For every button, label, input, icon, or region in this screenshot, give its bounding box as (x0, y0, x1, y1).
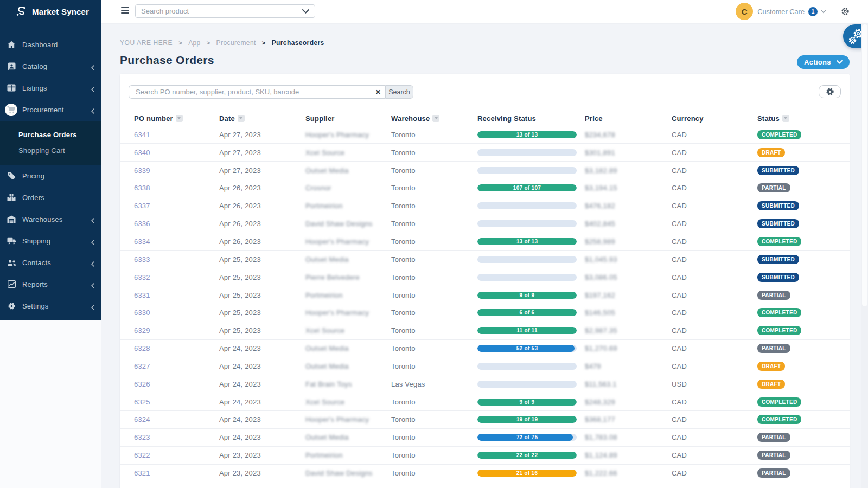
po-number-link[interactable]: 6332 (134, 273, 150, 281)
po-supplier: Fat Brain Toys (305, 380, 352, 388)
po-date: Apr 24, 2023 (219, 411, 305, 429)
sidebar-item-shipping[interactable]: Shipping (0, 230, 101, 252)
sidebar-item-settings[interactable]: Settings (0, 295, 101, 317)
menu-toggle-icon[interactable] (121, 7, 129, 14)
sidebar-item-label: Procurement (22, 106, 64, 114)
sort-icon[interactable] (238, 115, 245, 122)
po-date: Apr 27, 2023 (219, 162, 305, 179)
po-number-link[interactable]: 6341 (134, 131, 150, 139)
page-title: Purchase Orders (120, 54, 214, 67)
po-currency: CAD (672, 411, 757, 429)
clear-search-button[interactable]: ✕ (371, 85, 385, 99)
po-date: Apr 25, 2023 (219, 286, 305, 304)
submenu-item-shopping-cart[interactable]: Shopping Cart (0, 143, 101, 158)
sidebar: Market Syncer DashboardCatalogListingsPr… (0, 0, 101, 320)
po-price: $1,783.08 (585, 433, 617, 441)
sort-icon[interactable] (176, 115, 183, 122)
po-search-input[interactable] (129, 85, 371, 99)
po-search-group: ✕ Search (129, 85, 413, 99)
product-search-select[interactable]: Search product (135, 4, 315, 18)
receiving-progress-empty (477, 256, 577, 263)
po-price: $3,194.15 (585, 184, 617, 192)
po-number-link[interactable]: 6322 (134, 451, 150, 459)
brand[interactable]: Market Syncer (0, 0, 101, 23)
breadcrumb-link-app[interactable]: App (188, 39, 201, 47)
status-badge: COMPLETED (757, 308, 801, 317)
brand-logo-icon (15, 5, 27, 17)
po-number-link[interactable]: 6336 (134, 220, 150, 228)
po-number-link[interactable]: 6337 (134, 202, 150, 210)
receiving-progress: 13 of 13 (477, 238, 577, 245)
column-header-warehouse[interactable]: Warehouse (391, 112, 477, 126)
po-number-link[interactable]: 6321 (134, 469, 150, 477)
po-currency: CAD (672, 446, 757, 464)
sort-icon[interactable] (782, 115, 789, 122)
sidebar-item-pricing[interactable]: Pricing (0, 165, 101, 187)
po-number-link[interactable]: 6334 (134, 237, 150, 246)
po-number-link[interactable]: 6328 (134, 344, 150, 352)
po-supplier: Portmeirion (305, 451, 343, 459)
po-date: Apr 24, 2023 (219, 357, 305, 375)
chevron-down-icon (837, 60, 843, 64)
receiving-progress-empty (477, 220, 577, 227)
chevron-down-icon[interactable] (821, 10, 826, 14)
column-header-date[interactable]: Date (219, 112, 305, 126)
status-badge: DRAFT (757, 380, 785, 389)
po-warehouse: Toronto (391, 233, 477, 251)
settings-gear-icon[interactable] (841, 7, 850, 16)
orders-icon (5, 191, 17, 203)
po-currency: CAD (672, 215, 757, 233)
avatar[interactable]: C (736, 3, 753, 20)
breadcrumb-link-procurement[interactable]: Procurement (216, 39, 256, 47)
po-number-link[interactable]: 6331 (134, 291, 150, 299)
po-number-link[interactable]: 6324 (134, 415, 150, 423)
sidebar-item-catalog[interactable]: Catalog (0, 55, 101, 77)
po-number-link[interactable]: 6340 (134, 149, 150, 157)
po-currency: USD (672, 375, 757, 393)
sidebar-item-label: Orders (22, 194, 44, 202)
po-date: Apr 26, 2023 (219, 233, 305, 251)
reports-icon (5, 278, 17, 290)
po-number-link[interactable]: 6326 (134, 380, 150, 388)
status-badge: PARTIAL (757, 433, 790, 442)
po-price: $402,845 (585, 220, 615, 228)
po-number-link[interactable]: 6323 (134, 433, 150, 441)
scrollbar-thumb[interactable] (862, 24, 867, 306)
sidebar-item-warehouses[interactable]: Warehouses (0, 208, 101, 230)
po-row-6340: 6340Apr 27, 2023Xcel SourceToronto$301,8… (120, 144, 850, 162)
po-number-link[interactable]: 6325 (134, 398, 150, 406)
page-scrollbar[interactable] (861, 23, 868, 488)
status-badge: PARTIAL (757, 183, 790, 192)
po-number-link[interactable]: 6330 (134, 309, 150, 317)
po-warehouse: Toronto (391, 126, 477, 144)
receiving-progress: 107 of 107 (477, 184, 577, 191)
po-number-link[interactable]: 6339 (134, 166, 150, 175)
table-settings-button[interactable] (819, 85, 841, 98)
po-number-link[interactable]: 6333 (134, 255, 150, 264)
sidebar-item-listings[interactable]: Listings (0, 77, 101, 99)
column-header-status[interactable]: Status (757, 112, 850, 126)
submenu-item-purchase-orders[interactable]: Purchase Orders (0, 127, 101, 143)
user-name[interactable]: Customer Care (757, 8, 805, 16)
column-header-po-number[interactable]: PO number (120, 112, 219, 126)
po-currency: CAD (672, 162, 757, 179)
gear-icon (5, 300, 17, 312)
sidebar-item-reports[interactable]: Reports (0, 273, 101, 295)
po-number-link[interactable]: 6327 (134, 362, 150, 370)
po-row-6325: 6325Apr 24, 2023Xcel SourceToronto9 of 9… (120, 393, 850, 411)
po-currency: CAD (672, 304, 757, 322)
po-row-6331: 6331Apr 25, 2023PortmeirionToronto9 of 9… (120, 286, 850, 304)
sidebar-item-procurement[interactable]: Procurement (0, 99, 101, 120)
sort-icon[interactable] (432, 115, 439, 122)
search-button[interactable]: Search (385, 85, 413, 99)
sidebar-item-orders[interactable]: Orders (0, 187, 101, 208)
sidebar-item-dashboard[interactable]: Dashboard (0, 34, 101, 55)
sidebar-item-contacts[interactable]: Contacts (0, 252, 101, 273)
po-date: Apr 25, 2023 (219, 251, 305, 268)
po-price: $2,987.35 (585, 326, 617, 335)
po-number-link[interactable]: 6329 (134, 326, 150, 335)
chevron-left-icon (91, 237, 94, 247)
actions-button[interactable]: Actions (797, 55, 850, 69)
po-number-link[interactable]: 6338 (134, 184, 150, 192)
po-warehouse: Toronto (391, 393, 477, 411)
